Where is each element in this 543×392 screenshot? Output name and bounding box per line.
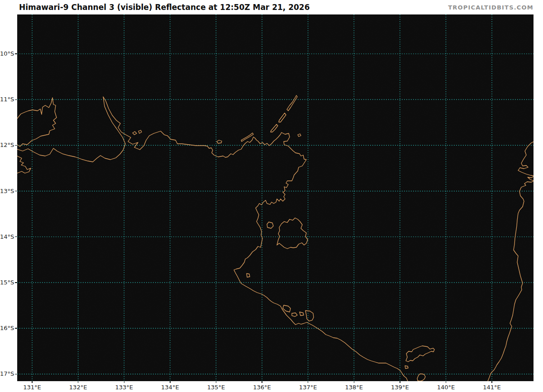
lon-tick-134E xyxy=(170,381,170,383)
lat-label-10S: 10°S xyxy=(0,51,14,57)
lat-label-11S: 11°S xyxy=(0,96,14,102)
sensor-noise-layer xyxy=(17,14,533,381)
lon-tick-138E xyxy=(354,381,354,383)
lat-tick-13S xyxy=(15,191,17,191)
lat-label-14S: 14°S xyxy=(0,234,14,240)
lat-tick-11S xyxy=(15,99,17,100)
lat-tick-14S xyxy=(15,236,17,237)
lat-label-13S: 13°S xyxy=(0,188,14,194)
satellite-imagery-page: Himawari-9 Channel 3 (visible) Reflectan… xyxy=(0,0,543,392)
satellite-map xyxy=(17,14,533,381)
lon-tick-132E xyxy=(78,381,78,383)
lon-label-132E: 132°E xyxy=(62,384,94,390)
lon-label-137E: 137°E xyxy=(292,384,324,390)
lat-tick-17S xyxy=(15,374,17,374)
lat-tick-15S xyxy=(15,282,17,283)
lon-label-133E: 133°E xyxy=(108,384,140,390)
lat-label-12S: 12°S xyxy=(0,142,14,148)
lat-label-17S: 17°S xyxy=(0,371,14,377)
lon-tick-133E xyxy=(124,381,124,383)
tropicaltidbits-watermark: TROPICALTIDBITS.COM xyxy=(448,4,533,11)
lon-label-134E: 134°E xyxy=(154,384,186,390)
lon-label-140E: 140°E xyxy=(430,384,462,390)
lat-tick-10S xyxy=(15,53,17,54)
lon-tick-136E xyxy=(262,381,262,383)
lon-tick-137E xyxy=(308,381,308,383)
page-title: Himawari-9 Channel 3 (visible) Reflectan… xyxy=(19,3,310,12)
lon-tick-135E xyxy=(216,381,216,383)
lon-label-135E: 135°E xyxy=(200,384,232,390)
lon-label-138E: 138°E xyxy=(338,384,370,390)
lon-tick-131E xyxy=(32,381,32,383)
lat-label-15S: 15°S xyxy=(0,279,14,285)
lat-label-16S: 16°S xyxy=(0,325,14,331)
lon-label-131E: 131°E xyxy=(16,384,48,390)
lat-tick-16S xyxy=(15,328,17,328)
lat-tick-12S xyxy=(15,145,17,146)
lon-tick-139E xyxy=(400,381,400,383)
map-canvas xyxy=(17,14,533,381)
lon-label-141E: 141°E xyxy=(476,384,508,390)
lon-label-136E: 136°E xyxy=(246,384,278,390)
lon-tick-140E xyxy=(446,381,446,383)
lon-label-139E: 139°E xyxy=(384,384,416,390)
lon-tick-141E xyxy=(491,381,492,383)
